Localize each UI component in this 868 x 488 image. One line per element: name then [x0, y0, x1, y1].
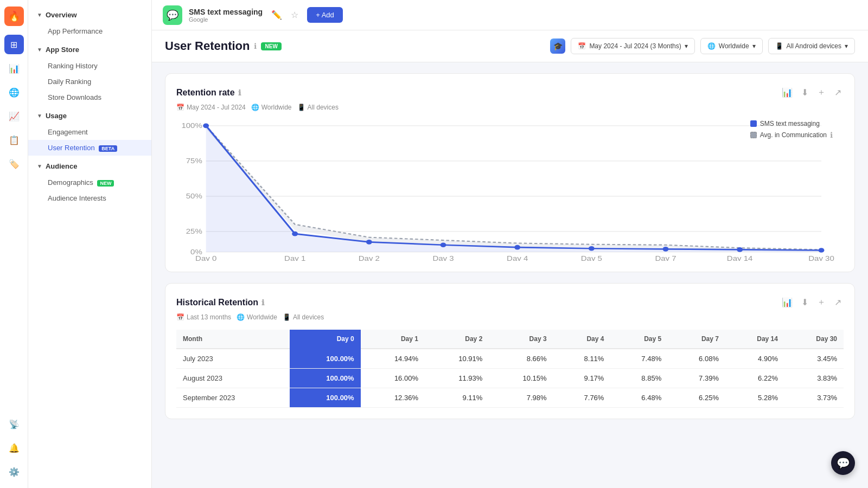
sidebar-item-store-downloads[interactable]: Store Downloads	[28, 89, 151, 105]
sidebar-group-audience[interactable]: ▼ Audience	[28, 158, 151, 175]
cell-d30: 3.45%	[784, 349, 844, 369]
app-logo[interactable]: 🔥	[4, 7, 24, 26]
app-company: Google	[189, 16, 263, 23]
globe-small-icon: 🌐	[237, 313, 245, 321]
svg-text:100%: 100%	[181, 123, 202, 130]
page-header: User Retention ℹ NEW 🎓 📅 May 2024 - Jul …	[152, 30, 868, 62]
legend-info-icon[interactable]: ℹ	[830, 131, 833, 139]
calendar-small-icon: 📅	[176, 104, 184, 111]
cell-d14: 4.90%	[725, 349, 784, 369]
historical-retention-table: Month Day 0 Day 1 Day 2 Day 3 Day 4 Day …	[176, 330, 844, 408]
rail-icon-globe[interactable]: 🌐	[4, 82, 24, 102]
legend-label-sms: SMS text messaging	[760, 120, 820, 127]
edit-icon[interactable]: ✏️	[269, 8, 284, 22]
subtitle-region: 🌐 Worldwide	[237, 313, 277, 321]
cell-d2: 10.91%	[425, 349, 489, 369]
col-day4: Day 4	[553, 330, 611, 349]
app-icon: 💬	[163, 5, 182, 25]
rail-icon-docs[interactable]: 📋	[4, 130, 24, 150]
col-day30: Day 30	[784, 330, 844, 349]
svg-point-17	[589, 246, 595, 251]
subtitle-date: 📅 May 2024 - Jul 2024	[176, 104, 246, 111]
sidebar-group-overview[interactable]: ▼ Overview	[28, 7, 151, 23]
rail-icon-satellite[interactable]: 📡	[4, 414, 24, 434]
legend-avg: Avg. in Communication ℹ	[750, 131, 833, 139]
cell-d14: 5.28%	[725, 388, 784, 408]
share-icon[interactable]: ↗	[832, 85, 844, 100]
rail-icon-trending[interactable]: 📈	[4, 106, 24, 126]
download-icon[interactable]: ⬇	[799, 85, 810, 100]
download-icon[interactable]: ⬇	[799, 295, 810, 310]
content-area: Retention rate ℹ 📊 ⬇ ＋ ↗ 📅 May 2024 - Ju…	[152, 62, 868, 488]
chevron-icon: ▼	[37, 47, 42, 53]
excel-icon[interactable]: 📊	[780, 85, 795, 100]
legend-label-avg: Avg. in Communication	[760, 131, 827, 139]
date-range-control[interactable]: 📅 May 2024 - Jul 2024 (3 Months) ▾	[571, 38, 694, 54]
graduation-icon[interactable]: 🎓	[550, 38, 565, 54]
rail-icon-tag[interactable]: 🏷️	[4, 154, 24, 174]
sidebar-group-overview-label: Overview	[46, 11, 77, 19]
app-name: SMS text messaging	[189, 8, 263, 16]
rail-icon-settings[interactable]: ⚙️	[4, 462, 24, 481]
star-icon[interactable]: ☆	[289, 8, 301, 22]
cell-d7: 6.08%	[668, 349, 725, 369]
sidebar-item-user-retention[interactable]: User Retention BETA	[28, 140, 151, 156]
historical-card-actions: 📊 ⬇ ＋ ↗	[780, 294, 844, 310]
sidebar-item-daily-ranking[interactable]: Daily Ranking	[28, 74, 151, 89]
rail-icon-chart[interactable]: 📊	[4, 59, 24, 78]
svg-text:Day 14: Day 14	[727, 255, 753, 261]
devices-label: All Android devices	[787, 42, 841, 50]
sidebar-item-engagement[interactable]: Engagement	[28, 124, 151, 140]
app-info: SMS text messaging Google	[189, 8, 263, 23]
rail-icon-bell[interactable]: 🔔	[4, 438, 24, 458]
add-icon[interactable]: ＋	[815, 294, 828, 310]
svg-text:Day 7: Day 7	[655, 255, 676, 261]
svg-text:Day 3: Day 3	[432, 255, 454, 261]
chat-bubble[interactable]: 💬	[831, 451, 855, 475]
device-icon: 📱	[775, 42, 783, 50]
svg-marker-10	[206, 126, 821, 252]
sidebar-group-appstore[interactable]: ▼ App Store	[28, 41, 151, 58]
sidebar-item-audience-interests[interactable]: Audience Interests	[28, 190, 151, 206]
cell-d0: 100.00%	[290, 369, 361, 388]
svg-point-15	[441, 242, 446, 247]
sidebar-group-usage[interactable]: ▼ Usage	[28, 107, 151, 124]
region-control[interactable]: 🌐 Worldwide ▾	[700, 38, 763, 54]
sidebar-section-appstore: ▼ App Store Ranking History Daily Rankin…	[28, 41, 151, 105]
excel-icon[interactable]: 📊	[780, 295, 795, 310]
devices-control[interactable]: 📱 All Android devices ▾	[768, 38, 855, 54]
retention-rate-card: Retention rate ℹ 📊 ⬇ ＋ ↗ 📅 May 2024 - Ju…	[165, 73, 855, 272]
retention-chart-svg: 100% 75% 50% 25% 0%	[176, 120, 844, 261]
cell-d4: 7.76%	[553, 388, 611, 408]
subtitle-devices: 📱 All devices	[297, 104, 339, 111]
svg-point-16	[514, 245, 520, 250]
card-actions: 📊 ⬇ ＋ ↗	[780, 85, 844, 100]
share-icon[interactable]: ↗	[832, 295, 844, 310]
sidebar-item-ranking-history[interactable]: Ranking History	[28, 58, 151, 74]
subtitle-region: 🌐 Worldwide	[251, 104, 292, 111]
sidebar-item-app-performance[interactable]: App Performance	[28, 23, 151, 39]
cell-month: September 2023	[176, 388, 290, 408]
retention-rate-chart: SMS text messaging Avg. in Communication…	[176, 120, 844, 261]
add-icon[interactable]: ＋	[815, 85, 828, 100]
sidebar-item-demographics[interactable]: Demographics NEW	[28, 175, 151, 190]
svg-text:75%: 75%	[186, 158, 202, 165]
info-icon[interactable]: ℹ	[254, 42, 257, 50]
info-icon[interactable]: ℹ	[238, 88, 241, 97]
col-day14: Day 14	[725, 330, 784, 349]
info-icon[interactable]: ℹ	[261, 298, 264, 307]
cell-d30: 3.83%	[784, 369, 844, 388]
col-day3: Day 3	[489, 330, 553, 349]
rail-icon-overview[interactable]: ⊞	[4, 35, 24, 54]
table-row: September 2023100.00%12.36%9.11%7.98%7.7…	[176, 388, 844, 408]
icon-rail: 🔥 ⊞ 📊 🌐 📈 📋 🏷️ 📡 🔔 ⚙️	[0, 0, 28, 488]
chart-legend: SMS text messaging Avg. in Communication…	[750, 120, 833, 139]
svg-point-19	[737, 247, 743, 252]
topbar-icons: ✏️ ☆	[269, 8, 301, 22]
svg-point-13	[292, 232, 298, 236]
calendar-small-icon: 📅	[176, 313, 184, 321]
sidebar-section-overview: ▼ Overview App Performance	[28, 7, 151, 39]
add-button[interactable]: + Add	[307, 7, 343, 23]
page-title: User Retention	[165, 39, 250, 53]
svg-text:Day 2: Day 2	[359, 255, 380, 261]
